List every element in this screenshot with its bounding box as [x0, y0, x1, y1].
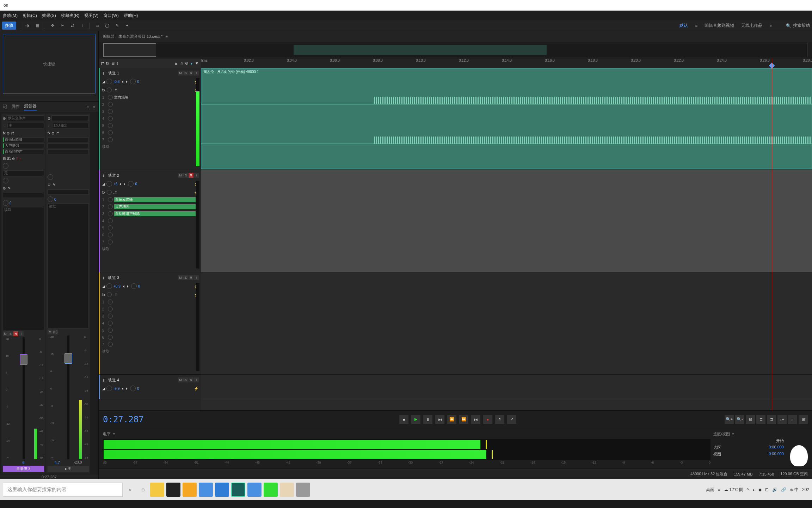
timecode-display[interactable]: 0:27.287 [103, 415, 191, 424]
send-icon[interactable]: ⊟ [3, 157, 6, 161]
vol-value[interactable]: +0.9 [113, 284, 121, 288]
track-name[interactable]: 轨道 1 [108, 71, 176, 76]
fx-power-icon[interactable] [108, 95, 113, 100]
pause-button[interactable]: ⏸ [423, 415, 432, 424]
zoom-out-icon[interactable]: 🔍- [735, 415, 744, 424]
go-start-button[interactable]: ⏮ [435, 415, 444, 424]
mute-button[interactable]: M [3, 331, 8, 336]
record-arm-button[interactable]: R [13, 331, 18, 336]
send-target[interactable]: 无 [3, 170, 44, 176]
menu-window[interactable]: 窗口(W) [103, 13, 118, 19]
solo-button[interactable]: S [183, 377, 188, 382]
network-icon[interactable]: ⊡ [765, 487, 769, 492]
fx-slot-1[interactable] [48, 137, 89, 142]
fx-power-icon[interactable] [108, 328, 113, 333]
fx-slot-3[interactable] [48, 149, 89, 154]
record-arm-button[interactable]: R [189, 377, 193, 382]
th-icon-7[interactable]: ⊙ [185, 61, 188, 66]
rewind-button[interactable]: ⏪ [447, 415, 456, 424]
mute-button[interactable]: M [178, 377, 183, 382]
record-arm-button[interactable]: R [189, 173, 193, 178]
eq-icon[interactable]: ⊙ [48, 183, 50, 187]
vol-knob[interactable] [106, 283, 112, 289]
fx-pre-icon[interactable]: ↓† [11, 131, 14, 135]
vol-knob[interactable] [106, 79, 112, 84]
fx-slot-2[interactable] [48, 143, 89, 148]
tray-up-icon[interactable]: ^ [747, 487, 749, 492]
audio-clip[interactable]: 周杰伦 - 反方向的钟 (伴奏) 48000 1 [201, 68, 812, 169]
eq-icon[interactable]: ⊙ [3, 186, 6, 190]
taskbar-search[interactable]: 这里输入你想要搜索的内容 [3, 483, 123, 497]
marquee-icon[interactable]: ▭ [93, 22, 101, 30]
input-icon[interactable]: ⊘ [3, 116, 6, 120]
fx-power-icon[interactable] [107, 87, 112, 92]
heal-icon[interactable]: ✦ [123, 22, 131, 30]
pan-value[interactable]: 0 [137, 387, 139, 391]
pan-knob[interactable] [3, 178, 8, 183]
taskview-icon[interactable]: ⊞ [137, 488, 148, 492]
menu-help[interactable]: 帮助(H) [124, 13, 138, 19]
fx-power-icon[interactable] [108, 321, 113, 326]
mute-button[interactable]: M [178, 173, 183, 178]
read-mode[interactable]: 读取 [48, 204, 89, 328]
read-mode-row[interactable]: 读取 [102, 246, 199, 253]
explorer-icon[interactable] [150, 483, 164, 497]
track-lane-4[interactable] [201, 375, 812, 399]
eq-edit-icon[interactable]: ✎ [8, 186, 11, 190]
pan-knob[interactable] [128, 181, 134, 187]
tab-mixer[interactable]: 混音器 [24, 103, 37, 110]
th-icon-1[interactable]: ⇄ [101, 61, 104, 66]
channel-gain-value[interactable]: 4.7 [55, 460, 60, 465]
cortana-icon[interactable]: ○ [125, 488, 135, 492]
fx-name[interactable]: 自适应降噪 [114, 197, 196, 202]
th-icon-5[interactable]: ▲ [174, 61, 178, 65]
th-icon-6[interactable]: ♫ [180, 61, 183, 65]
tab-properties[interactable]: 属性 [11, 104, 20, 110]
fx-pre-icon[interactable]: ↓† [113, 88, 117, 92]
workspace-audio-video[interactable]: 编辑音频到视频 [705, 23, 734, 29]
audition-icon[interactable] [231, 483, 245, 497]
channel-gain-value[interactable]: 6 [3, 460, 44, 465]
zoom-fit-icon[interactable]: ⊡ [746, 415, 755, 424]
menu-view[interactable]: 视图(V) [84, 13, 98, 19]
desktop-label[interactable]: 桌面 [706, 487, 714, 493]
pan-value[interactable]: 0 [138, 284, 140, 288]
channel-name[interactable]: ⊞ 轨道 2 [3, 466, 44, 472]
track-handle-icon[interactable]: ⫼ [102, 71, 106, 75]
ime-icon[interactable]: ⊕ 中 [790, 487, 799, 493]
th-icon-8[interactable]: ⬥ [190, 61, 193, 65]
razor-tool-icon[interactable]: ✂ [59, 22, 66, 30]
track-handle-icon[interactable]: ⫼ [102, 378, 106, 382]
pan-value[interactable]: 0 [135, 182, 137, 186]
track-handle-icon[interactable]: ⫼ [102, 276, 106, 280]
fx-pre-icon[interactable]: ↓† [113, 292, 117, 297]
pan-knob[interactable] [130, 79, 136, 84]
vol-value[interactable]: +6 [113, 182, 117, 186]
fx-name[interactable]: 室内混响 [114, 95, 196, 100]
pan-value[interactable]: 0 [137, 80, 139, 84]
levels-menu-icon[interactable]: ≡ [113, 432, 115, 436]
clock[interactable]: 202 [802, 487, 809, 492]
input-select[interactable] [51, 115, 89, 121]
workspace-menu-icon[interactable]: ≡ [695, 23, 697, 28]
fx-power-icon[interactable] [108, 197, 113, 202]
monitor-button[interactable]: I [194, 173, 199, 178]
read-mode[interactable]: 读取 [3, 207, 44, 330]
panel-menu-icon[interactable]: ≡ [86, 104, 89, 109]
monitor-button[interactable]: I [194, 275, 199, 280]
pan-knob[interactable] [130, 386, 136, 391]
sel-menu-icon[interactable]: ≡ [732, 432, 734, 436]
go-end-button[interactable]: ⏭ [471, 415, 480, 424]
eq-edit-icon[interactable]: ✎ [53, 183, 55, 187]
track-name[interactable]: 轨道 3 [108, 275, 176, 280]
solo-button[interactable]: S [8, 331, 13, 336]
zoom-v-in-icon[interactable]: ↕+ [777, 415, 787, 424]
auto-icon[interactable]: ⚡ [194, 386, 199, 391]
zoom-reset-icon[interactable]: ⊞ [799, 415, 808, 424]
zoom-sel-icon[interactable]: ⊏ [756, 415, 765, 424]
th-icon-4[interactable]: ⫿ [117, 61, 119, 65]
move-tool-icon[interactable]: ✥ [49, 22, 56, 30]
app-icon-6[interactable] [296, 483, 310, 497]
read-mode-row[interactable]: 读取 [102, 348, 199, 355]
pan-knob-2[interactable] [3, 200, 8, 206]
